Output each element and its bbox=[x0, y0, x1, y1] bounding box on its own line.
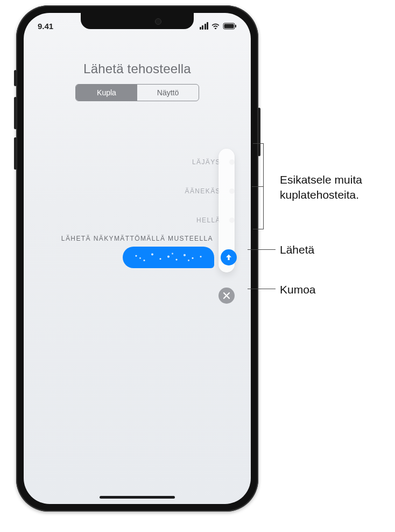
effect-label: HELLÄ bbox=[196, 216, 221, 224]
status-indicators bbox=[200, 22, 237, 30]
status-time: 9.41 bbox=[38, 22, 53, 31]
effect-label: LÄJÄYS bbox=[192, 158, 221, 166]
volume-down-button bbox=[14, 137, 17, 170]
tab-bubble[interactable]: Kupla bbox=[76, 85, 137, 101]
effect-option-gentle[interactable]: HELLÄ bbox=[48, 206, 237, 235]
home-indicator bbox=[100, 496, 175, 499]
arrow-up-icon bbox=[224, 253, 233, 262]
battery-icon bbox=[223, 23, 237, 30]
effect-option-slam[interactable]: LÄJÄYS bbox=[48, 148, 237, 177]
wifi-icon bbox=[211, 23, 220, 30]
iphone-frame: 9.41 Lähetä tehosteella Kupla Näyttö bbox=[16, 5, 258, 512]
svg-rect-1 bbox=[224, 24, 234, 28]
cellular-icon bbox=[200, 22, 209, 30]
close-icon bbox=[223, 292, 230, 299]
message-bubble-preview bbox=[123, 247, 214, 268]
effect-list: LÄJÄYS ÄÄNEKÄS HELLÄ bbox=[48, 148, 237, 235]
callout-preview-effects: Esikatsele muita kuplatehosteita. bbox=[280, 172, 387, 203]
volume-up-button bbox=[14, 97, 17, 129]
effect-option-invisible-ink: LÄHETÄ NÄKYMÄTTÖMÄLLÄ MUSTEELLA bbox=[61, 235, 237, 268]
callout-leader-line bbox=[248, 289, 276, 289]
effect-type-segmented-control[interactable]: Kupla Näyttö bbox=[75, 84, 199, 101]
callout-cancel: Kumoa bbox=[280, 282, 316, 297]
callout-leader-line bbox=[248, 249, 276, 250]
screen: 9.41 Lähetä tehosteella Kupla Näyttö bbox=[24, 13, 251, 504]
page-title: Lähetä tehosteella bbox=[24, 61, 251, 76]
mute-switch bbox=[14, 70, 17, 86]
notch bbox=[81, 13, 194, 29]
callout-bracket bbox=[253, 143, 264, 229]
effect-label-selected: LÄHETÄ NÄKYMÄTTÖMÄLLÄ MUSTEELLA bbox=[61, 235, 213, 242]
invisible-ink-effect bbox=[128, 250, 209, 265]
svg-rect-2 bbox=[235, 25, 236, 27]
cancel-button[interactable] bbox=[218, 288, 235, 304]
send-button[interactable] bbox=[221, 249, 237, 265]
effect-option-loud[interactable]: ÄÄNEKÄS bbox=[48, 177, 237, 206]
callout-send: Lähetä bbox=[280, 242, 314, 257]
tab-screen[interactable]: Näyttö bbox=[137, 85, 199, 101]
effect-label: ÄÄNEKÄS bbox=[185, 187, 221, 195]
